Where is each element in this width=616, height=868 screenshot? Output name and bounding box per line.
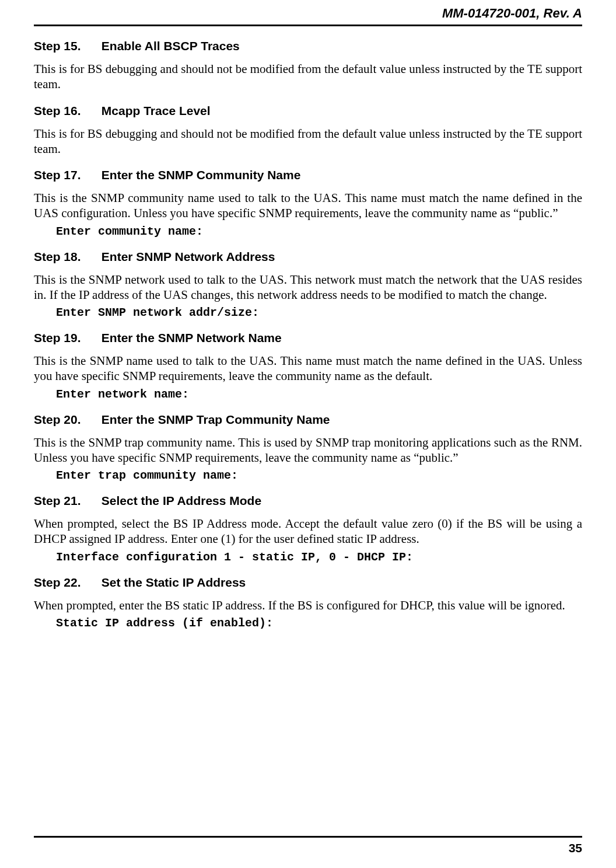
step-number: Step 18. xyxy=(34,250,98,264)
step-heading: Step 16. Mcapp Trace Level xyxy=(34,104,582,118)
step-title: Enter the SNMP Trap Community Name xyxy=(102,413,330,426)
step-code: Enter SNMP network addr/size: xyxy=(56,306,582,319)
step-heading: Step 18. Enter SNMP Network Address xyxy=(34,250,582,264)
document-id: MM-014720-001, Rev. A xyxy=(442,6,582,20)
step-title: Enable All BSCP Traces xyxy=(102,39,240,53)
header-rule xyxy=(34,25,582,26)
page-number: 35 xyxy=(569,841,582,855)
step-number: Step 22. xyxy=(34,576,98,590)
step-code: Enter community name: xyxy=(56,225,582,238)
step-body: This is the SNMP network used to talk to… xyxy=(34,272,582,303)
footer-rule xyxy=(34,836,582,838)
step-body: This is for BS debugging and should not … xyxy=(34,126,582,157)
step-body: When prompted, select the BS IP Address … xyxy=(34,516,582,547)
step-title: Enter the SNMP Community Name xyxy=(102,168,301,182)
step-number: Step 16. xyxy=(34,104,98,118)
step-title: Enter SNMP Network Address xyxy=(102,250,275,263)
step-heading: Step 21. Select the IP Address Mode xyxy=(34,494,582,508)
step-number: Step 17. xyxy=(34,168,98,182)
step-title: Mcapp Trace Level xyxy=(102,104,211,117)
step-code: Enter network name: xyxy=(56,388,582,401)
step-number: Step 20. xyxy=(34,413,98,427)
step-code: Interface configuration 1 - static IP, 0… xyxy=(56,550,582,564)
step-title: Select the IP Address Mode xyxy=(102,494,261,507)
step-body: This is the SNMP community name used to … xyxy=(34,190,582,221)
step-heading: Step 17. Enter the SNMP Community Name xyxy=(34,168,582,182)
step-body: When prompted, enter the BS static IP ad… xyxy=(34,598,582,613)
step-heading: Step 22. Set the Static IP Address xyxy=(34,576,582,590)
step-heading: Step 19. Enter the SNMP Network Name xyxy=(34,331,582,345)
step-body: This is for BS debugging and should not … xyxy=(34,61,582,92)
step-body: This is the SNMP trap community name. Th… xyxy=(34,435,582,466)
step-number: Step 15. xyxy=(34,39,98,53)
step-code: Static IP address (if enabled): xyxy=(56,616,582,630)
step-code: Enter trap community name: xyxy=(56,469,582,482)
step-heading: Step 15. Enable All BSCP Traces xyxy=(34,39,582,53)
page-container: MM-014720-001, Rev. A Step 15. Enable Al… xyxy=(0,0,616,868)
step-title: Enter the SNMP Network Name xyxy=(102,331,282,344)
step-number: Step 21. xyxy=(34,494,98,508)
step-number: Step 19. xyxy=(34,331,98,345)
step-title: Set the Static IP Address xyxy=(102,576,246,589)
step-heading: Step 20. Enter the SNMP Trap Community N… xyxy=(34,413,582,427)
step-body: This is the SNMP name used to talk to th… xyxy=(34,353,582,384)
page-header: MM-014720-001, Rev. A xyxy=(34,6,582,25)
